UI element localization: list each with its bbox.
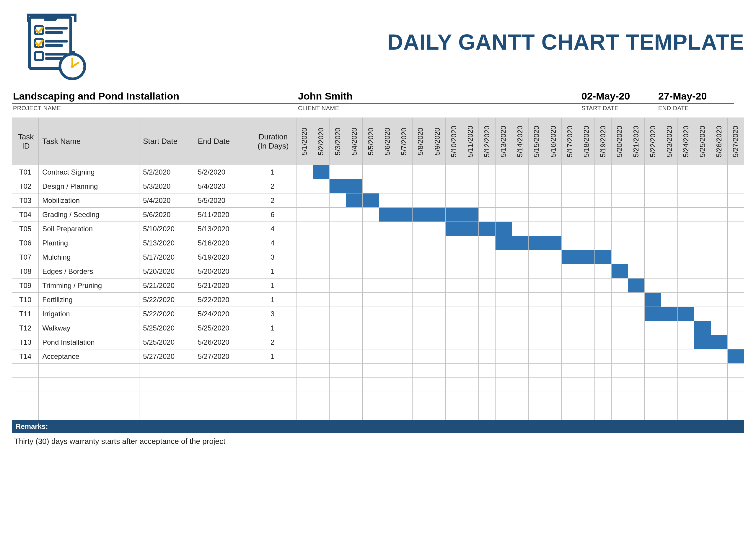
gantt-cell	[611, 236, 628, 250]
col-head-date: 5/2/2020	[313, 118, 329, 165]
gantt-cell	[694, 279, 711, 293]
gantt-cell	[644, 194, 661, 208]
table-cell: 5/20/2020	[139, 264, 194, 279]
gantt-cell	[296, 321, 313, 335]
table-row: T07Mulching5/17/20205/19/20203	[12, 250, 744, 264]
gantt-cell	[595, 392, 611, 406]
gantt-cell	[595, 194, 611, 208]
gantt-cell	[313, 222, 329, 236]
gantt-cell	[379, 222, 396, 236]
table-cell: T09	[12, 279, 39, 293]
table-cell: 1	[249, 321, 296, 335]
gantt-cell	[678, 293, 694, 307]
gantt-cell	[479, 179, 495, 194]
gantt-cell	[429, 335, 445, 349]
gantt-cell	[528, 321, 545, 335]
gantt-cell	[329, 378, 346, 392]
gantt-cell	[313, 307, 329, 321]
gantt-cell	[346, 307, 363, 321]
gantt-cell	[329, 363, 346, 378]
table-cell: 5/11/2020	[194, 208, 249, 222]
gantt-cell	[329, 392, 346, 406]
gantt-cell	[611, 406, 628, 420]
gantt-cell	[495, 194, 512, 208]
gantt-cell	[628, 293, 644, 307]
gantt-cell	[644, 349, 661, 363]
gantt-cell	[727, 236, 744, 250]
gantt-cell	[313, 406, 329, 420]
checklist-stopwatch-icon	[12, 12, 92, 81]
gantt-cell	[628, 392, 644, 406]
gantt-cell	[462, 279, 479, 293]
gantt-cell	[727, 165, 744, 179]
gantt-cell	[528, 222, 545, 236]
table-cell	[39, 378, 139, 392]
table-cell: 5/21/2020	[194, 279, 249, 293]
gantt-cell	[512, 179, 528, 194]
gantt-cell	[296, 208, 313, 222]
client-name-value: John Smith	[297, 91, 580, 104]
gantt-cell	[562, 279, 578, 293]
gantt-cell	[644, 165, 661, 179]
gantt-cell	[545, 194, 562, 208]
gantt-cell	[479, 363, 495, 378]
gantt-cell	[379, 279, 396, 293]
gantt-cell	[644, 321, 661, 335]
gantt-cell	[346, 378, 363, 392]
gantt-cell	[562, 250, 578, 264]
gantt-cell	[296, 349, 313, 363]
gantt-cell	[495, 279, 512, 293]
gantt-cell	[694, 293, 711, 307]
gantt-cell	[495, 321, 512, 335]
gantt-cell	[396, 194, 412, 208]
table-cell: 5/5/2020	[194, 194, 249, 208]
gantt-cell	[644, 236, 661, 250]
gantt-cell	[545, 222, 562, 236]
gantt-cell	[313, 335, 329, 349]
col-head-name: Task Name	[39, 118, 139, 165]
gantt-cell	[562, 392, 578, 406]
table-row: T12Walkway5/25/20205/25/20201	[12, 321, 744, 335]
gantt-cell	[495, 208, 512, 222]
gantt-cell	[644, 363, 661, 378]
gantt-cell	[661, 236, 678, 250]
gantt-cell	[346, 165, 363, 179]
gantt-cell	[346, 250, 363, 264]
table-cell: Trimming / Pruning	[39, 279, 139, 293]
gantt-cell	[363, 335, 379, 349]
table-cell	[139, 378, 194, 392]
gantt-cell	[313, 279, 329, 293]
gantt-cell	[495, 222, 512, 236]
gantt-cell	[512, 307, 528, 321]
table-cell: 4	[249, 236, 296, 250]
gantt-cell	[562, 349, 578, 363]
table-cell: T03	[12, 194, 39, 208]
gantt-cell	[346, 349, 363, 363]
gantt-cell	[296, 179, 313, 194]
gantt-cell	[379, 378, 396, 392]
table-cell: T07	[12, 250, 39, 264]
gantt-cell	[363, 293, 379, 307]
gantt-cell	[363, 179, 379, 194]
gantt-cell	[644, 293, 661, 307]
gantt-cell	[611, 363, 628, 378]
gantt-cell	[694, 392, 711, 406]
gantt-cell	[711, 392, 727, 406]
gantt-cell	[545, 264, 562, 279]
gantt-cell	[512, 250, 528, 264]
gantt-cell	[412, 378, 429, 392]
gantt-cell	[479, 236, 495, 250]
gantt-cell	[611, 250, 628, 264]
table-cell: 5/25/2020	[139, 321, 194, 335]
gantt-cell	[296, 264, 313, 279]
gantt-cell	[363, 165, 379, 179]
gantt-cell	[396, 208, 412, 222]
col-head-date: 5/5/2020	[363, 118, 379, 165]
gantt-cell	[595, 349, 611, 363]
gantt-cell	[644, 378, 661, 392]
gantt-cell	[694, 335, 711, 349]
start-date-value: 02-May-20	[580, 91, 657, 104]
gantt-cell	[595, 293, 611, 307]
gantt-cell	[512, 335, 528, 349]
project-name-label: PROJECT NAME	[12, 104, 297, 112]
